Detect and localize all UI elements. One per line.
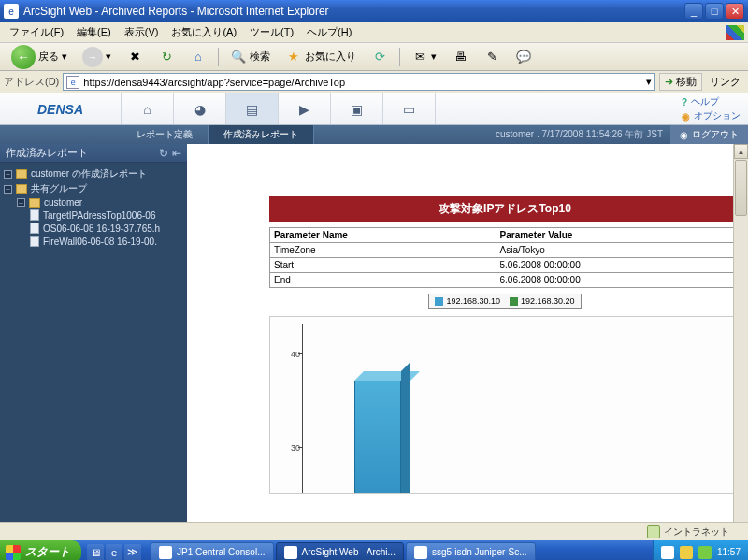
- y-tick: [298, 353, 302, 354]
- help-link[interactable]: ?ヘルプ: [682, 95, 741, 108]
- close-button[interactable]: ✕: [726, 3, 744, 20]
- go-button[interactable]: ➜移動: [659, 73, 702, 91]
- app-viewport: DENSA ⌂ ◕ ▤ ▶ ▣ ▭ ?ヘルプ ◉オプション レポート定義 作成済…: [0, 93, 748, 540]
- speech-icon: ▭: [403, 102, 415, 117]
- ql-icon[interactable]: e: [106, 544, 122, 561]
- task-button[interactable]: JP1 Central Consol...: [151, 542, 274, 560]
- home-icon: ⌂: [143, 102, 151, 117]
- table-row: Start5.06.2008 00:00:00: [270, 258, 741, 273]
- legend-swatch: [435, 297, 443, 306]
- links-label[interactable]: リンク: [706, 75, 744, 89]
- expander-icon[interactable]: –: [4, 170, 12, 179]
- header-nav: ⌂ ◕ ▤ ▶ ▣ ▭: [122, 93, 436, 124]
- tray-icon[interactable]: [680, 546, 693, 559]
- folder-icon: [16, 184, 27, 194]
- discuss-icon: 💬: [515, 49, 532, 65]
- zone-icon: [647, 525, 660, 538]
- menu-help[interactable]: ヘルプ(H): [301, 23, 357, 41]
- param-value: 5.06.2008 00:00:00: [496, 258, 740, 273]
- mail-button[interactable]: ✉▾: [406, 46, 442, 68]
- dropdown-icon[interactable]: ▾: [646, 76, 652, 88]
- side-panel-header: 作成済みレポート ↻ ⇤: [0, 144, 187, 163]
- expander-icon[interactable]: –: [4, 185, 12, 194]
- refresh-tree-button[interactable]: ↻: [159, 147, 168, 160]
- legend-item: 192.168.30.20: [510, 296, 575, 306]
- zone-label: イントラネット: [664, 525, 729, 538]
- nav-home[interactable]: ⌂: [122, 93, 174, 124]
- task-label: ssg5-isdn Juniper-Sc...: [432, 547, 527, 557]
- tree-leaf[interactable]: TargetIPAdressTop1006-06: [4, 208, 183, 222]
- help-label: ヘルプ: [691, 95, 719, 108]
- address-input[interactable]: e https://densa9443/arcsight/app?service…: [63, 73, 655, 91]
- menu-edit[interactable]: 編集(E): [71, 23, 117, 41]
- stop-button[interactable]: ✖: [121, 46, 149, 68]
- subnav-report-def[interactable]: レポート定義: [122, 125, 209, 144]
- briefcase-icon: ▣: [351, 102, 363, 117]
- menu-favorites[interactable]: お気に入り(A): [165, 23, 242, 41]
- logout-icon: ◉: [680, 130, 688, 140]
- edit-button[interactable]: ✎: [478, 46, 506, 68]
- taskbar-tasks: JP1 Central Consol... ArcSight Web - Arc…: [147, 542, 653, 560]
- task-button[interactable]: ArcSight Web - Archi...: [276, 542, 404, 560]
- help-icon: ?: [682, 97, 687, 108]
- dashboard-icon: ◕: [194, 102, 206, 117]
- document-icon: [30, 209, 39, 221]
- menu-tools[interactable]: ツール(T): [244, 23, 299, 41]
- refresh-button[interactable]: ↻: [152, 46, 180, 68]
- app-header: DENSA ⌂ ◕ ▤ ▶ ▣ ▭ ?ヘルプ ◉オプション: [0, 93, 748, 125]
- history-button[interactable]: ⟳: [366, 46, 394, 68]
- expander-icon[interactable]: –: [17, 198, 25, 207]
- param-name: End: [270, 273, 496, 288]
- scroll-thumb[interactable]: [735, 160, 747, 216]
- nav-reports[interactable]: ▤: [226, 93, 279, 124]
- tree-label: TargetIPAdressTop1006-06: [43, 210, 155, 221]
- scroll-up-button[interactable]: ▲: [734, 144, 748, 159]
- address-bar: アドレス(D) e https://densa9443/arcsight/app…: [0, 71, 748, 93]
- tree-node[interactable]: –customer: [4, 196, 183, 208]
- discuss-button[interactable]: 💬: [510, 46, 538, 68]
- favorites-button[interactable]: ★お気に入り: [280, 46, 362, 68]
- param-value: Asia/Tokyo: [496, 243, 740, 258]
- vertical-scrollbar[interactable]: ▲ ▼: [733, 144, 748, 540]
- favorites-label: お気に入り: [305, 50, 356, 64]
- bar-side: [401, 362, 410, 494]
- tree-leaf[interactable]: OS06-06-08 16-19-37.765.h: [4, 222, 183, 235]
- side-panel-title: 作成済みレポート: [6, 146, 88, 160]
- tray-icon[interactable]: [661, 546, 674, 559]
- home-icon: ⌂: [190, 49, 207, 65]
- window-titlebar: e ArcSight Web - Archived Reports - Micr…: [0, 0, 748, 22]
- tree-node[interactable]: –共有グループ: [4, 181, 183, 196]
- tree-node[interactable]: –customer の作成済レポート: [4, 166, 183, 181]
- search-button[interactable]: 🔍検索: [224, 46, 276, 68]
- ql-icon[interactable]: 🖥: [87, 544, 104, 561]
- ql-icon[interactable]: ≫: [124, 544, 141, 561]
- param-name-header: Parameter Name: [270, 228, 496, 243]
- back-button[interactable]: ← 戻る ▾: [6, 42, 73, 72]
- print-button[interactable]: 🖶: [446, 46, 474, 68]
- logout-button[interactable]: ◉ログアウト: [670, 125, 748, 144]
- task-button[interactable]: ssg5-isdn Juniper-Sc...: [406, 542, 536, 560]
- start-button[interactable]: スタート: [0, 540, 81, 560]
- minimize-button[interactable]: _: [684, 3, 703, 20]
- windows-logo-icon: [6, 545, 21, 560]
- nav-dashboard[interactable]: ◕: [174, 93, 226, 124]
- nav-case[interactable]: ▣: [331, 93, 383, 124]
- ie-statusbar: イントラネット: [0, 522, 748, 540]
- collapse-tree-button[interactable]: ⇤: [172, 147, 181, 160]
- home-button[interactable]: ⌂: [184, 46, 212, 68]
- nav-play[interactable]: ▶: [279, 93, 331, 124]
- nav-notify[interactable]: ▭: [383, 93, 436, 124]
- options-link[interactable]: ◉オプション: [682, 109, 741, 122]
- y-tick-label: 30: [291, 443, 300, 452]
- tray-icon[interactable]: [698, 546, 712, 559]
- stop-icon: ✖: [126, 49, 143, 65]
- tree-leaf[interactable]: FireWall06-06-08 16-19-00.: [4, 235, 183, 248]
- subnav-archived[interactable]: 作成済みレポート: [209, 125, 314, 144]
- menu-file[interactable]: ファイル(F): [4, 23, 69, 41]
- menu-view[interactable]: 表示(V): [119, 23, 165, 41]
- forward-button[interactable]: → ▾: [77, 44, 117, 70]
- dropdown-icon: ▾: [431, 50, 437, 63]
- menubar: ファイル(F) 編集(E) 表示(V) お気に入り(A) ツール(T) ヘルプ(…: [0, 22, 748, 43]
- maximize-button[interactable]: □: [705, 3, 724, 20]
- legend-item: 192.168.30.10: [435, 296, 500, 306]
